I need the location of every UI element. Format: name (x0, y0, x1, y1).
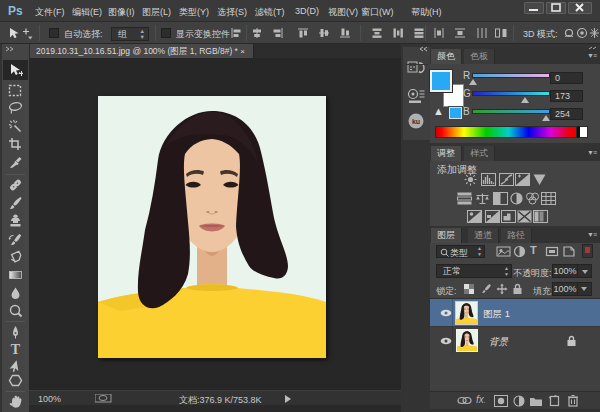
svg-text:ku: ku (412, 118, 420, 125)
svg-text:T: T (11, 342, 21, 357)
